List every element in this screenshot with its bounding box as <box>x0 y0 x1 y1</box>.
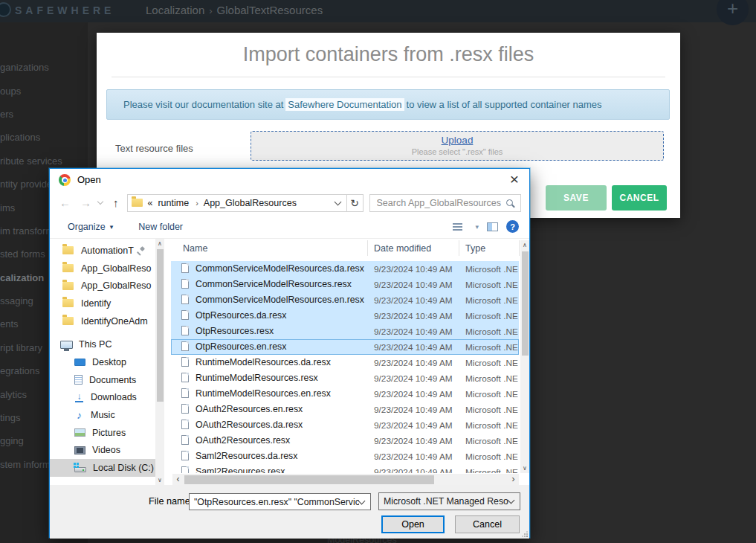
documentation-link[interactable]: Safewhere Documentation <box>285 98 404 111</box>
file-row[interactable]: OAuth2Resources.resx9/23/2024 10:49 AMMi… <box>171 433 519 449</box>
chevron-down-icon[interactable] <box>358 497 366 504</box>
dialog-titlebar[interactable]: Open × <box>50 169 529 190</box>
new-folder-button[interactable]: New folder <box>138 222 183 232</box>
close-icon[interactable]: × <box>504 170 525 188</box>
scroll-right-icon[interactable]: › <box>508 474 519 485</box>
sidebar-item[interactable]: oups <box>0 79 88 102</box>
dialog-cancel-button[interactable]: Cancel <box>455 515 520 533</box>
scroll-up-icon[interactable]: ∧ <box>520 240 529 250</box>
column-name[interactable]: Name <box>183 243 207 254</box>
tree-item[interactable]: This PC <box>50 335 155 353</box>
dialog-toolbar: Organize ▾ New folder ▾ ? <box>50 215 529 239</box>
tree-item[interactable]: Identify <box>50 295 155 312</box>
file-name: CommonServiceModelResources.resx <box>196 279 365 289</box>
list-horizontal-scrollbar[interactable]: ‹ › <box>172 474 519 485</box>
file-row[interactable]: CommonServiceModelResources.en.resx9/23/… <box>171 292 519 308</box>
tree-item[interactable]: IdentifyOneAdm <box>50 312 155 330</box>
tree-item[interactable]: App_GlobalReso <box>50 277 155 295</box>
address-crumb-runtime[interactable]: runtime <box>158 198 189 208</box>
file-row[interactable]: OAuth2Resources.da.resx9/23/2024 10:49 A… <box>171 417 519 433</box>
tree-scrollbar-thumb[interactable] <box>157 249 164 402</box>
file-row[interactable]: CommonServiceModelResources.da.resx9/23/… <box>171 261 519 277</box>
search-icon[interactable] <box>506 199 513 206</box>
file-icon <box>181 263 189 273</box>
file-row[interactable]: RuntimeModelResources.resx9/23/2024 10:4… <box>171 370 519 386</box>
open-button[interactable]: Open <box>381 515 445 533</box>
file-row[interactable]: OtpResources.resx9/23/2024 10:49 AMMicro… <box>171 324 519 339</box>
list-scrollbar-thumb[interactable] <box>522 251 529 356</box>
history-chevron-icon[interactable] <box>97 199 103 205</box>
forward-icon[interactable]: → <box>80 196 91 209</box>
up-icon[interactable]: ↑ <box>113 196 119 209</box>
cancel-button[interactable]: CANCEL <box>612 185 667 211</box>
search-box[interactable] <box>369 194 521 212</box>
modal-title: Import containers from .resx files <box>97 43 680 66</box>
upload-dropzone[interactable]: Upload Please select ".resx" files <box>251 131 664 161</box>
h-scrollbar-thumb[interactable] <box>184 475 434 484</box>
scroll-down-icon[interactable]: ∨ <box>155 475 164 485</box>
file-row[interactable]: RuntimeModelResources.en.resx9/23/2024 1… <box>171 386 519 402</box>
tree-item[interactable]: ↓Downloads <box>50 389 155 407</box>
tree-item[interactable]: AutomationT <box>50 242 155 260</box>
tree-item[interactable]: Documents <box>50 371 155 389</box>
view-list-icon[interactable] <box>453 223 462 231</box>
organize-button[interactable]: Organize <box>68 222 106 232</box>
file-name-combobox[interactable]: "OtpResources.en.resx" "CommonService <box>189 493 371 510</box>
address-root[interactable]: « <box>148 198 153 208</box>
file-row[interactable]: CommonServiceModelResources.resx9/23/202… <box>171 277 519 292</box>
address-crumb-folder[interactable]: App_GlobalResources <box>204 198 297 208</box>
scroll-down-icon[interactable]: ∨ <box>520 463 529 473</box>
file-row[interactable]: OAuth2Resources.en.resx9/23/2024 10:49 A… <box>171 402 519 417</box>
breadcrumb-section[interactable]: Localization <box>146 4 204 16</box>
resize-grip[interactable] <box>522 531 528 537</box>
refresh-button[interactable]: ↻ <box>347 194 364 212</box>
help-icon[interactable]: ? <box>506 220 519 233</box>
column-type[interactable]: Type <box>465 243 485 254</box>
tree-item[interactable]: ♪Music <box>50 406 155 424</box>
tree-item[interactable]: App_GlobalReso <box>50 260 155 277</box>
scroll-up-icon[interactable]: ∧ <box>155 239 164 248</box>
view-options-caret-icon[interactable]: ▾ <box>475 223 479 231</box>
tree-scrollbar[interactable]: ∧ ∨ <box>155 239 164 485</box>
file-type: Microsoft .NE <box>465 436 519 446</box>
list-vertical-scrollbar[interactable]: ∧ ∨ <box>520 240 529 473</box>
address-dropdown-icon[interactable] <box>334 198 341 205</box>
column-separator[interactable] <box>367 240 368 256</box>
sidebar-item[interactable]: plications <box>0 126 88 149</box>
file-name-label: File name: <box>149 496 193 507</box>
save-button[interactable]: SAVE <box>546 185 607 211</box>
address-breadcrumb[interactable]: « runtime › App_GlobalResources <box>127 194 347 212</box>
column-separator[interactable] <box>459 240 459 256</box>
file-icon <box>181 420 189 429</box>
column-separator[interactable] <box>519 240 520 256</box>
file-name: OtpResources.da.resx <box>196 310 365 321</box>
preview-pane-icon[interactable] <box>487 222 498 231</box>
scroll-left-icon[interactable]: ‹ <box>172 474 184 485</box>
tree-item-label: This PC <box>79 339 112 350</box>
file-type-value[interactable]: Microsoft .NET Managed Resou <box>384 496 508 507</box>
folder-icon <box>132 199 143 207</box>
breadcrumb-page[interactable]: GlobalTextResources <box>217 4 323 16</box>
file-row[interactable]: Saml2Resources.resx9/23/2024 10:49 AMMic… <box>171 464 519 473</box>
tree-item[interactable]: Videos <box>50 442 155 460</box>
organize-caret-icon[interactable]: ▾ <box>110 223 114 231</box>
upload-link[interactable]: Upload <box>442 135 474 146</box>
tree-item[interactable]: Pictures <box>50 424 155 442</box>
file-type-combobox[interactable]: Microsoft .NET Managed Resou <box>378 492 520 510</box>
column-date-modified[interactable]: Date modified <box>374 243 431 254</box>
file-row[interactable]: Saml2Resources.da.resx9/23/2024 10:49 AM… <box>171 449 519 464</box>
file-name-value[interactable]: "OtpResources.en.resx" "CommonService <box>194 497 359 507</box>
file-type: Microsoft .NE <box>465 311 519 321</box>
sidebar-item[interactable]: ers <box>0 103 88 126</box>
sidebar-item[interactable]: ganizations <box>0 56 88 79</box>
tree-item[interactable]: Desktop <box>50 353 155 371</box>
file-row[interactable]: OtpResources.en.resx9/23/2024 10:49 AMMi… <box>171 339 519 355</box>
tree-item[interactable]: Local Disk (C:) <box>50 459 155 477</box>
chevron-down-icon[interactable] <box>508 497 515 504</box>
file-row[interactable]: RuntimeModelResources.da.resx9/23/2024 1… <box>171 355 519 370</box>
file-row[interactable]: OtpResources.da.resx9/23/2024 10:49 AMMi… <box>171 308 519 324</box>
add-button[interactable]: + <box>717 0 749 25</box>
file-type: Microsoft .NE <box>465 358 519 368</box>
search-input[interactable] <box>375 197 505 209</box>
back-icon[interactable]: ← <box>59 196 71 209</box>
